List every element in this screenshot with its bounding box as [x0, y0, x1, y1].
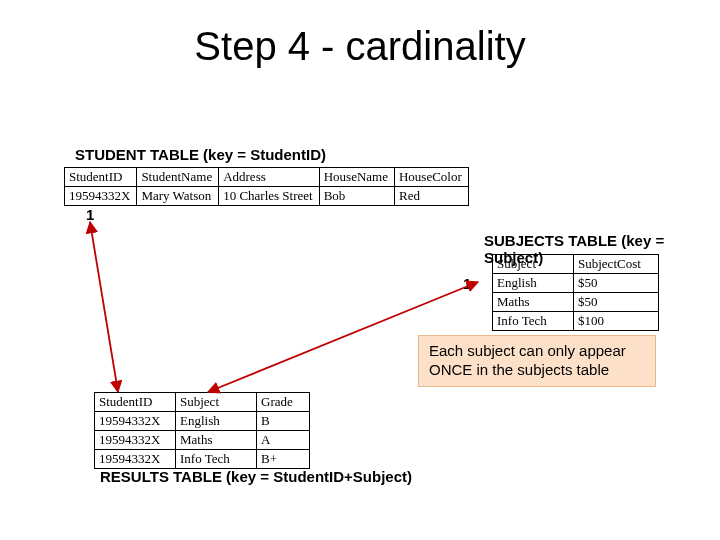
table-row: 19594332X English B — [95, 412, 310, 431]
cell: English — [176, 412, 257, 431]
table-row: 19594332X Mary Watson 10 Charles Street … — [65, 187, 469, 206]
note-line1: Each subject can only appear — [429, 342, 626, 359]
results-table-caption: RESULTS TABLE (key = StudentID+Subject) — [100, 468, 412, 485]
table-row: English $50 — [493, 274, 659, 293]
cell: English — [493, 274, 574, 293]
col-header: StudentName — [137, 168, 219, 187]
note-line2: ONCE in the subjects table — [429, 361, 609, 378]
cell: B+ — [257, 450, 310, 469]
page-title: Step 4 - cardinality — [0, 24, 720, 69]
student-table-caption: STUDENT TABLE (key = StudentID) — [75, 146, 326, 163]
note-box: Each subject can only appear ONCE in the… — [418, 335, 656, 387]
cell: $50 — [574, 274, 659, 293]
table-row: 19594332X Maths A — [95, 431, 310, 450]
cell: $50 — [574, 293, 659, 312]
table-row: Maths $50 — [493, 293, 659, 312]
col-header: HouseColor — [394, 168, 468, 187]
student-table: StudentID StudentName Address HouseName … — [64, 167, 469, 206]
col-header: SubjectCost — [574, 255, 659, 274]
cell: Maths — [176, 431, 257, 450]
col-header: HouseName — [319, 168, 394, 187]
col-header: Grade — [257, 393, 310, 412]
col-header: StudentID — [95, 393, 176, 412]
cell: Info Tech — [176, 450, 257, 469]
col-header: Address — [219, 168, 320, 187]
cell: Bob — [319, 187, 394, 206]
cell: Red — [394, 187, 468, 206]
cell: B — [257, 412, 310, 431]
cell: 19594332X — [95, 412, 176, 431]
col-header: Subject — [176, 393, 257, 412]
cell: 19594332X — [95, 450, 176, 469]
cell: Info Tech — [493, 312, 574, 331]
cell: 19594332X — [95, 431, 176, 450]
cell: Maths — [493, 293, 574, 312]
arrow-student-results — [90, 222, 118, 392]
table-row: 19594332X Info Tech B+ — [95, 450, 310, 469]
col-header: Subject — [493, 255, 574, 274]
cell: Mary Watson — [137, 187, 219, 206]
subjects-table: Subject SubjectCost English $50 Maths $5… — [492, 254, 659, 331]
cell: 19594332X — [65, 187, 137, 206]
table-row: StudentID StudentName Address HouseName … — [65, 168, 469, 187]
slide: Step 4 - cardinality STUDENT TABLE (key … — [0, 0, 720, 540]
cell: A — [257, 431, 310, 450]
table-row: StudentID Subject Grade — [95, 393, 310, 412]
cell: 10 Charles Street — [219, 187, 320, 206]
col-header: StudentID — [65, 168, 137, 187]
cardinality-right: 1 — [463, 275, 471, 292]
results-table: StudentID Subject Grade 19594332X Englis… — [94, 392, 310, 469]
cardinality-left: 1 — [86, 206, 94, 223]
table-row: Info Tech $100 — [493, 312, 659, 331]
table-row: Subject SubjectCost — [493, 255, 659, 274]
cell: $100 — [574, 312, 659, 331]
